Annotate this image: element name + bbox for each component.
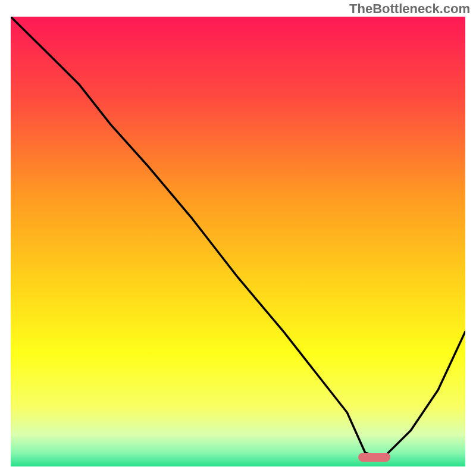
plot-area [11,17,465,466]
optimal-marker [358,453,390,462]
watermark-label: TheBottleneck.com [349,1,470,17]
chart-canvas: TheBottleneck.com [0,0,476,476]
chart-svg [11,17,465,466]
